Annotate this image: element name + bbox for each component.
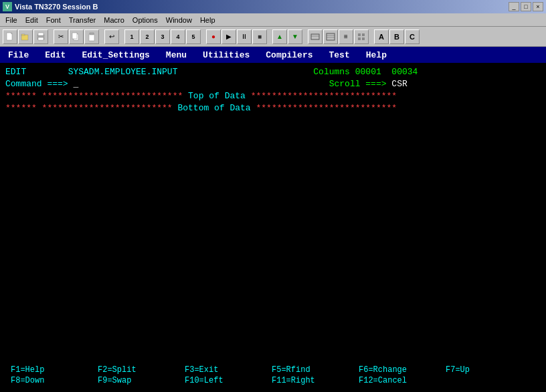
command-row: Command ===> _ Scroll ===> CSR (5, 78, 541, 90)
win-menu-edit[interactable]: Edit (21, 15, 42, 25)
win-menu-window[interactable]: Window (162, 15, 196, 25)
titlebar-left: V Vista TN3270 Session B (3, 2, 98, 11)
win-menu-font[interactable]: Font (42, 15, 65, 25)
num2-button[interactable]: 2 (140, 29, 155, 44)
svg-rect-2 (21, 34, 25, 35)
toolbar-group-6: ▲ ▼ (272, 29, 302, 44)
edit-row: EDIT SYSADM.EMPLOYEE.INPUT Columns 00001… (5, 66, 541, 78)
tb-btn-7c[interactable]: ≡ (339, 29, 353, 44)
record-button[interactable]: ● (206, 29, 221, 44)
num4-button[interactable]: 4 (171, 29, 185, 44)
fkey-f7[interactable]: F7=Up (446, 365, 533, 375)
command-label: Command ===> (5, 79, 73, 89)
app-menu-edit[interactable]: Edit (42, 49, 68, 62)
svg-rect-15 (358, 33, 361, 36)
top-stars-mid: *************************** (42, 91, 183, 101)
svg-rect-7 (72, 33, 77, 39)
fkey-f12[interactable]: F12=Cancel (359, 376, 446, 385)
fkey-f10[interactable]: F10=Left (185, 376, 272, 385)
fkey-f3[interactable]: F3=Exit (185, 365, 272, 375)
paste-button[interactable] (84, 29, 99, 44)
stop-button[interactable]: ■ (252, 29, 267, 44)
cut-button[interactable]: ✂ (54, 29, 68, 44)
titlebar-title: Vista TN3270 Session B (15, 3, 98, 11)
toolbar-group-7: ≡ (308, 29, 369, 44)
toolbar-group-2: ✂ (54, 29, 99, 44)
columns-label: Columns 00001 00034 (313, 67, 418, 77)
win-menu-options[interactable]: Options (128, 15, 162, 25)
top-of-data-row: ****** *************************** Top o… (5, 90, 541, 102)
scroll-value: CSR (391, 79, 407, 89)
win-menu-help[interactable]: Help (196, 15, 219, 25)
bot-stars-left: ****** (5, 103, 42, 113)
tb-btn-7b[interactable] (323, 29, 338, 44)
tb-btn-7d[interactable] (354, 29, 369, 44)
funckeys: F1=Help F2=Split F3=Exit F5=Rfind F6=Rch… (0, 363, 546, 392)
empty-terminal-space (5, 114, 541, 301)
edit-label: EDIT (5, 67, 26, 77)
app-menu-edit-settings[interactable]: Edit_Settings (79, 49, 152, 62)
main-content: File Edit Edit_Settings Menu Utilities C… (0, 47, 546, 392)
pause-button[interactable]: ⏸ (237, 29, 252, 44)
app-menu-help[interactable]: Help (363, 49, 389, 62)
open-button[interactable] (18, 29, 33, 44)
win-menu-macro[interactable]: Macro (100, 15, 128, 25)
print-button[interactable] (33, 29, 48, 44)
toolbar-group-1 (3, 29, 48, 44)
svg-rect-12 (327, 33, 335, 40)
scroll-label: Scroll ===> (329, 79, 392, 89)
win-menubar: File Edit Font Transfer Macro Options Wi… (0, 13, 546, 27)
fkey-f11[interactable]: F11=Right (272, 376, 359, 385)
svg-rect-0 (7, 33, 12, 40)
btn-b[interactable]: B (389, 29, 404, 44)
app-menu-menu[interactable]: Menu (163, 49, 189, 62)
close-button[interactable]: × (533, 2, 543, 11)
num3-button[interactable]: 3 (155, 29, 170, 44)
maximize-button[interactable]: □ (521, 2, 531, 11)
num1-button[interactable]: 1 (124, 29, 139, 44)
btn-c[interactable]: C (405, 29, 420, 44)
arrow-up-button[interactable]: ▲ (272, 29, 287, 44)
bot-stars-mid: ************************* (42, 103, 173, 113)
arrow-down-button[interactable]: ▼ (288, 29, 302, 44)
toolbar: ✂ ↩ 1 2 3 4 5 ● ▶ ⏸ ■ ▲ ▼ ≡ (0, 27, 546, 47)
app-icon: V (3, 2, 12, 11)
svg-rect-16 (362, 33, 365, 36)
fkey-f5[interactable]: F5=Rfind (272, 365, 359, 375)
fkey-row-1: F1=Help F2=Split F3=Exit F5=Rfind F6=Rch… (11, 365, 535, 375)
play-button[interactable]: ▶ (221, 29, 236, 44)
svg-rect-17 (358, 37, 361, 40)
cols-spacer (177, 67, 313, 77)
minimize-button[interactable]: _ (509, 2, 519, 11)
titlebar-controls[interactable]: _ □ × (509, 2, 543, 11)
top-stars-left: ****** (5, 91, 42, 101)
fkey-f6[interactable]: F6=Rchange (359, 365, 446, 375)
command-cursor[interactable]: _ (73, 79, 78, 89)
app-menu-compilers[interactable]: Compilers (263, 49, 315, 62)
fkey-f2[interactable]: F2=Split (98, 365, 185, 375)
toolbar-group-4: 1 2 3 4 5 (124, 29, 201, 44)
app-menu-file[interactable]: File (5, 49, 31, 62)
num5-button[interactable]: 5 (186, 29, 201, 44)
command-spacer (78, 79, 329, 89)
tb-btn-7a[interactable] (308, 29, 323, 44)
terminal-main: EDIT SYSADM.EMPLOYEE.INPUT Columns 00001… (0, 63, 546, 363)
win-menu-file[interactable]: File (1, 15, 21, 25)
new-button[interactable] (3, 29, 17, 44)
svg-rect-10 (311, 34, 319, 39)
fkey-f1[interactable]: F1=Help (11, 365, 98, 375)
undo-button[interactable]: ↩ (104, 29, 119, 44)
bot-stars-right: *************************** (256, 103, 397, 113)
toolbar-group-abc: A B C (374, 29, 420, 44)
app-menubar: File Edit Edit_Settings Menu Utilities C… (0, 47, 546, 63)
app-menu-utilities[interactable]: Utilities (200, 49, 252, 62)
svg-rect-9 (90, 33, 94, 35)
copy-button[interactable] (69, 29, 84, 44)
edit-spacer (26, 67, 68, 77)
titlebar: V Vista TN3270 Session B _ □ × (0, 0, 546, 13)
fkey-f8[interactable]: F8=Down (11, 376, 98, 385)
btn-a[interactable]: A (374, 29, 389, 44)
win-menu-transfer[interactable]: Transfer (65, 15, 100, 25)
app-menu-test[interactable]: Test (327, 49, 353, 62)
fkey-f9[interactable]: F9=Swap (98, 376, 185, 385)
